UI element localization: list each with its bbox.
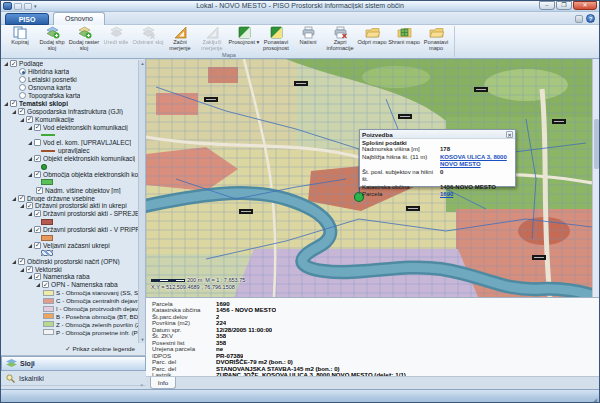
tab-info[interactable]: Info [150,377,176,389]
checkbox[interactable] [34,226,41,233]
popup-close-icon[interactable]: ✕ [506,131,513,138]
tree-item-objekt-ek[interactable]: Objekt elektronskih komunikacij [1,155,139,163]
show-full-legend-checkbox[interactable]: ✓ Prikaz celotne legende [1,345,139,354]
start-measure-button[interactable]: Začni merjenje [164,26,196,52]
sidebar-scrollbar[interactable]: ▲ ▼ [138,60,145,343]
checkbox[interactable] [34,155,41,162]
scroll-down-icon[interactable]: ▼ [139,336,146,343]
panel-iskalniki[interactable]: Iskalniki [1,371,146,386]
checkbox[interactable] [26,266,33,273]
scale-bar-label: 200 m [187,277,202,283]
scrollbar-thumb[interactable] [594,119,599,169]
checkbox[interactable] [18,195,25,202]
expand-arrow-icon[interactable] [4,101,9,106]
remove-layer-icon [141,26,156,39]
tree-item-vod-ek[interactable]: Vod elektronskih komunikacij [1,123,139,131]
tree-item-gji[interactable]: Gospodarska infrastruktura (GJI) [1,107,139,115]
expand-arrow-icon[interactable] [20,117,25,122]
checkbox[interactable] [18,108,25,115]
checkbox[interactable] [34,171,41,178]
checkbox[interactable] [34,242,41,249]
checkbox[interactable] [34,124,41,131]
tree-item-osnovna[interactable]: Osnovna karta [1,84,139,92]
tree-item-opn-namenska-raba[interactable]: OPN - Namenska raba [1,281,139,289]
help-icon[interactable]: ? [586,14,595,23]
checkbox[interactable] [34,139,41,146]
radio-button[interactable] [19,84,26,91]
tab-osnovno[interactable]: Osnovno [53,12,105,25]
expand-arrow-icon[interactable] [28,140,33,145]
tab-piso[interactable]: PISO [5,13,49,25]
window-resize-grip[interactable]: ◢ [592,396,597,403]
tree-item-nadm-visine[interactable]: Nadm. višine objektov [m] [1,186,139,194]
checkbox[interactable] [18,258,25,265]
radio-button[interactable] [19,76,26,83]
tree-item-dpa-pripravi[interactable]: Državni prostorski akti - V PRIPRAVI [1,226,139,234]
expand-arrow-icon[interactable] [36,282,41,287]
tree-item-obmocja-ek[interactable]: Območja objekta elektronskih komunika [1,170,139,178]
checkbox[interactable] [34,273,41,280]
quick-access-button[interactable] [24,3,32,10]
tree-item-vod-upravljalec[interactable]: Vod el. kom. [UPRAVLJALEC] [1,139,139,147]
address-link[interactable]: KOSOVA ULICA 3, 8000 NOVO MESTO [440,154,513,169]
radio-button[interactable] [19,68,26,75]
tree-item-komunikacije[interactable]: Komunikacije [1,115,139,123]
close-button[interactable]: ✕ [573,1,597,10]
expand-arrow-icon[interactable] [28,211,33,216]
quick-access-button[interactable] [14,3,22,10]
open-map-button[interactable]: Odpri mapo [356,26,388,52]
checkbox[interactable] [10,60,17,67]
checkbox[interactable] [26,116,33,123]
scroll-up-icon[interactable]: ▲ [139,60,146,67]
save-map-button[interactable]: Shrani mapo [388,26,420,52]
tree-item-dpa-ukrepi[interactable]: Državni prostorski akti in ukrepi [1,202,139,210]
tree-item-vektorski[interactable]: Vektorski [1,265,139,273]
checkbox[interactable] [26,202,33,209]
expand-arrow-icon[interactable] [4,61,9,66]
tree-item-hibridna[interactable]: Hibridna karta [1,68,139,76]
maximize-button[interactable]: ❐ [556,1,572,10]
expand-arrow-icon[interactable] [28,243,33,248]
expand-arrow-icon[interactable] [12,109,17,114]
quick-access-dropdown-icon[interactable]: ▾ [34,3,37,9]
tree-item-druge-drzavne[interactable]: Druge državne vsebine [1,194,139,202]
checkbox[interactable] [34,210,41,217]
reset-transparency-button[interactable]: Ponastavi prosojnost [260,26,292,52]
expand-arrow-icon[interactable] [28,274,33,279]
expand-arrow-icon[interactable] [12,196,17,201]
line-symbol [41,134,55,136]
application-window: ▾ Lokal - NOVO MESTO - PISO Prostorski i… [0,0,600,403]
tree-item-podlage[interactable]: Podlage [1,60,139,68]
expand-arrow-icon[interactable] [28,156,33,161]
pin-icon[interactable] [575,15,583,23]
expand-arrow-icon[interactable] [28,227,33,232]
expand-arrow-icon[interactable] [20,267,25,272]
parcel-link[interactable]: 1690 [440,191,453,199]
tree-item-opn[interactable]: Občinski prostorski načrt (OPN) [1,257,139,265]
panel-resize-grip[interactable]: ▾ [140,382,143,388]
close-info-button[interactable]: Zapri informacije [324,26,356,52]
map-scrollbar[interactable] [592,59,599,297]
expand-arrow-icon[interactable] [20,203,25,208]
print-button[interactable]: Natisni [292,26,324,52]
copy-button[interactable]: Kopiraj [4,26,36,52]
tree-item-dpa-sprejeti[interactable]: Državni prostorski akti - SPREJETI [1,210,139,218]
checkbox[interactable] [36,187,43,194]
transparency-button[interactable]: Prosojnost ▾ [228,26,260,52]
expand-arrow-icon[interactable] [12,259,17,264]
minimize-button[interactable]: – [539,1,555,10]
add-shp-layer-button[interactable]: Dodaj shp sloj [36,26,68,52]
radio-button[interactable] [19,92,26,99]
checkbox[interactable] [42,281,49,288]
tree-item-letalski[interactable]: Letalski posnetki [1,76,139,84]
tree-item-zacasni-ukrepi[interactable]: Veljavni začasni ukrepi [1,241,139,249]
add-raster-layer-button[interactable]: Dodaj raster sloj [68,26,100,52]
panel-sloji[interactable]: Sloji [1,356,146,371]
tree-item-tematski-sklopi[interactable]: Tematski sklopi [1,99,139,107]
expand-arrow-icon[interactable] [28,125,33,130]
tree-item-namenska-raba[interactable]: Namenska raba [1,273,139,281]
tree-item-topografska[interactable]: Topografska karta [1,92,139,100]
checkbox[interactable] [10,100,17,107]
reset-map-button[interactable]: Ponastavi mapo [420,26,452,52]
expand-arrow-icon[interactable] [28,172,33,177]
